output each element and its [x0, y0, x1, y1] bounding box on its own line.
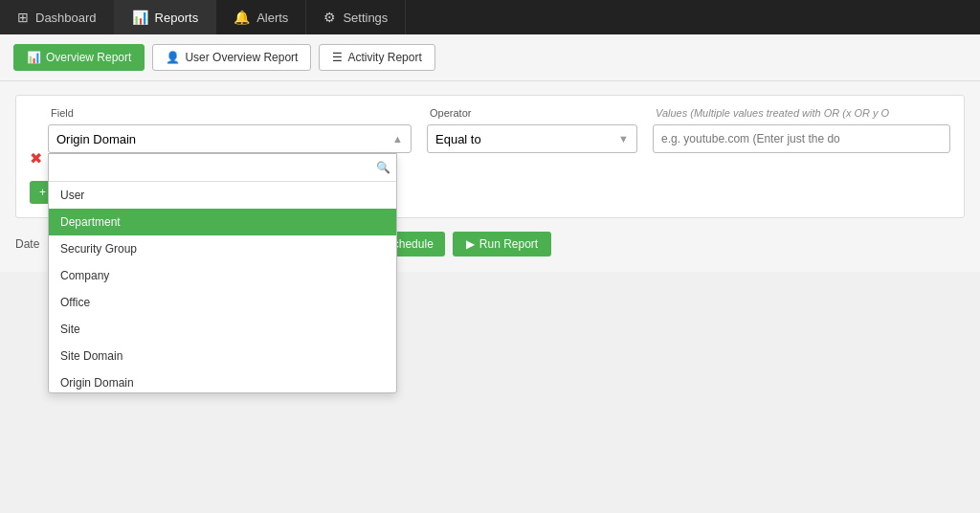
- search-icon: 🔍: [376, 161, 390, 174]
- settings-icon: ⚙: [323, 10, 336, 25]
- dropdown-item-user[interactable]: User: [49, 182, 396, 209]
- nav-label-alerts: Alerts: [256, 11, 288, 25]
- dropdown-item-site[interactable]: Site: [49, 316, 396, 343]
- field-label: Field: [51, 107, 414, 119]
- operator-dropdown-trigger[interactable]: Equal to ▼: [427, 124, 637, 153]
- dashboard-icon: ⊞: [17, 10, 29, 25]
- nav-label-reports: Reports: [155, 11, 199, 25]
- user-overview-icon: 👤: [166, 51, 180, 64]
- dropdown-search-row: 🔍: [49, 154, 396, 182]
- dropdown-item-company[interactable]: Company: [49, 262, 396, 289]
- operator-value: Equal to: [435, 132, 481, 146]
- nav-label-settings: Settings: [343, 11, 388, 25]
- operator-label: Operator: [430, 107, 640, 119]
- nav-item-alerts[interactable]: 🔔 Alerts: [216, 0, 306, 34]
- add-icon: +: [39, 186, 46, 199]
- dropdown-item-office[interactable]: Office: [49, 289, 396, 316]
- run-icon: ▶: [466, 237, 475, 251]
- filter-row: ✖ Origin Domain ▲ 🔍 U: [30, 124, 950, 167]
- alerts-icon: 🔔: [234, 10, 250, 25]
- activity-report-icon: ☰: [332, 51, 343, 64]
- field-section: Origin Domain ▲ 🔍 User Department Securi…: [48, 124, 412, 153]
- remove-filter-icon[interactable]: ✖: [30, 149, 42, 167]
- activity-report-btn[interactable]: ☰ Activity Report: [319, 44, 434, 71]
- top-navigation: ⊞ Dashboard 📊 Reports 🔔 Alerts ⚙ Setting…: [0, 0, 980, 34]
- dropdown-item-origin-domain[interactable]: Origin Domain: [49, 369, 396, 392]
- main-content: Field Operator Values (Multiple values t…: [0, 81, 980, 272]
- dropdown-item-site-domain[interactable]: Site Domain: [49, 343, 396, 369]
- operator-section: Equal to ▼: [427, 124, 637, 153]
- field-value: Origin Domain: [56, 132, 136, 146]
- date-label: Date: [15, 237, 39, 251]
- filter-section: Field Operator Values (Multiple values t…: [15, 95, 965, 218]
- nav-item-settings[interactable]: ⚙ Settings: [306, 0, 406, 34]
- dropdown-item-security-group[interactable]: Security Group: [49, 235, 396, 262]
- overview-report-btn[interactable]: 📊 Overview Report: [13, 44, 145, 71]
- values-section: [653, 124, 950, 153]
- run-label: Run Report: [479, 237, 538, 251]
- user-overview-report-btn[interactable]: 👤 User Overview Report: [152, 44, 311, 71]
- field-dropdown-arrow: ▲: [392, 133, 403, 145]
- nav-item-dashboard[interactable]: ⊞ Dashboard: [0, 0, 115, 34]
- nav-item-reports[interactable]: 📊 Reports: [115, 0, 217, 34]
- sub-navigation: 📊 Overview Report 👤 User Overview Report…: [0, 34, 980, 81]
- field-dropdown-trigger[interactable]: Origin Domain ▲: [48, 124, 412, 153]
- operator-dropdown-arrow: ▼: [618, 133, 629, 145]
- nav-label-dashboard: Dashboard: [35, 11, 97, 25]
- values-label: Values (Multiple values treated with OR …: [656, 107, 950, 119]
- values-input[interactable]: [653, 124, 950, 153]
- reports-icon: 📊: [132, 10, 148, 25]
- dropdown-search-input[interactable]: [55, 158, 372, 177]
- overview-report-icon: 📊: [27, 51, 41, 64]
- dropdown-item-department[interactable]: Department: [49, 209, 396, 235]
- dropdown-list: User Department Security Group Company O…: [49, 182, 396, 392]
- field-dropdown: 🔍 User Department Security Group Company…: [48, 153, 397, 393]
- run-report-button[interactable]: ▶ Run Report: [453, 232, 551, 256]
